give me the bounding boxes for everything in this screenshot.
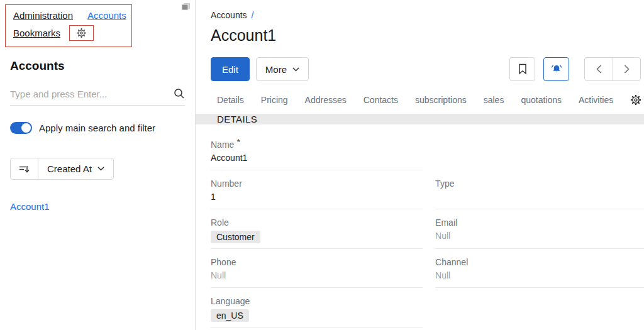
bookmark-icon: [518, 63, 527, 75]
field-channel-value: Null: [435, 270, 644, 282]
page-title: Account1: [211, 26, 644, 45]
field-number: Number 1: [211, 179, 423, 209]
field-email: Email Null: [435, 217, 644, 249]
sidebar-search: [10, 88, 185, 106]
tab-pricing[interactable]: Pricing: [261, 95, 288, 105]
search-input[interactable]: [10, 89, 174, 99]
field-name-label: Name*: [211, 136, 423, 150]
annotation-box: Administration Accounts Bookmarks: [5, 4, 132, 47]
field-type: Type: [435, 179, 644, 209]
field-role-value: Customer: [211, 231, 423, 243]
previous-record-button[interactable]: [585, 58, 613, 80]
record-pagination: [584, 57, 641, 81]
chevron-down-icon: [97, 167, 104, 171]
next-record-button[interactable]: [613, 58, 640, 80]
chevron-down-icon: [292, 67, 299, 72]
field-phone-value: Null: [211, 270, 423, 282]
sort-field-label: Created At: [47, 163, 92, 174]
nav-link-bookmarks[interactable]: Bookmarks: [13, 28, 60, 38]
details-fields-grid: Name* Account1 Number 1 Type Role Custom…: [196, 136, 644, 330]
toolbar: Edit More: [211, 57, 641, 81]
field-number-value: 1: [211, 192, 423, 204]
tab-quotations[interactable]: quotations: [521, 95, 562, 105]
required-asterisk: *: [236, 136, 240, 147]
filter-toggle-row: Apply main search and filter: [10, 122, 185, 134]
tab-activities[interactable]: Activities: [579, 95, 613, 105]
record-list-item-account1[interactable]: Account1: [10, 201, 185, 212]
settings-gear-icon[interactable]: [76, 28, 87, 38]
sort-direction-button[interactable]: [11, 158, 38, 179]
tabs-settings-gear-icon[interactable]: [630, 94, 641, 106]
field-phone: Phone Null: [211, 257, 423, 288]
nav-link-accounts[interactable]: Accounts: [87, 10, 126, 21]
sort-controls: Created At: [10, 158, 114, 180]
annotation-gear-box: [69, 25, 94, 41]
field-spacer: [435, 296, 644, 327]
filter-toggle-switch[interactable]: [10, 122, 32, 134]
sidebar: Administration Accounts Bookmarks: [0, 0, 196, 330]
tab-contacts[interactable]: Contacts: [364, 95, 398, 105]
field-language-label: Language: [211, 296, 423, 306]
nav-link-administration[interactable]: Administration: [13, 10, 73, 21]
field-phone-label: Phone: [211, 257, 423, 267]
edit-button[interactable]: Edit: [211, 57, 250, 81]
field-channel-label: Channel: [435, 257, 644, 267]
filter-toggle-label: Apply main search and filter: [39, 123, 155, 133]
breadcrumb-parent[interactable]: Accounts: [211, 10, 247, 20]
sidebar-heading: Accounts: [10, 59, 185, 73]
search-icon[interactable]: [174, 88, 185, 99]
main-panel: Accounts/ Account1 Edit More: [196, 0, 644, 330]
field-type-value: [435, 192, 644, 204]
bookmark-button[interactable]: [509, 57, 535, 81]
tab-details[interactable]: Details: [217, 95, 244, 105]
more-dropdown-button[interactable]: More: [256, 57, 309, 81]
tab-sales[interactable]: sales: [484, 95, 504, 105]
field-channel: Channel Null: [435, 257, 644, 288]
sort-field-dropdown[interactable]: Created At: [38, 158, 113, 179]
record-tabs: Details Pricing Addresses Contacts subsc…: [217, 94, 641, 106]
language-badge: en_US: [211, 309, 249, 322]
collapse-sidebar-icon[interactable]: [181, 3, 191, 11]
field-language-value: en_US: [211, 309, 423, 322]
details-section-header: DETAILS: [196, 114, 644, 124]
field-spacer: [435, 136, 644, 170]
reminder-bell-button[interactable]: [543, 57, 569, 81]
tab-subscriptions[interactable]: subscriptions: [415, 95, 467, 105]
field-email-value: Null: [435, 231, 644, 243]
breadcrumb-separator: /: [252, 10, 254, 20]
field-role-label: Role: [211, 217, 423, 228]
breadcrumb: Accounts/: [211, 10, 644, 20]
role-badge: Customer: [211, 231, 260, 243]
field-name: Name* Account1: [211, 136, 423, 170]
field-email-label: Email: [435, 217, 644, 228]
field-name-value: Account1: [211, 153, 423, 165]
bell-icon: [550, 63, 563, 75]
field-role: Role Customer: [211, 217, 423, 249]
sort-descending-icon: [19, 164, 30, 174]
more-label: More: [265, 64, 287, 75]
tab-addresses[interactable]: Addresses: [305, 95, 347, 105]
field-number-label: Number: [211, 179, 423, 189]
field-language: Language en_US: [211, 296, 423, 327]
field-type-label: Type: [435, 179, 644, 189]
